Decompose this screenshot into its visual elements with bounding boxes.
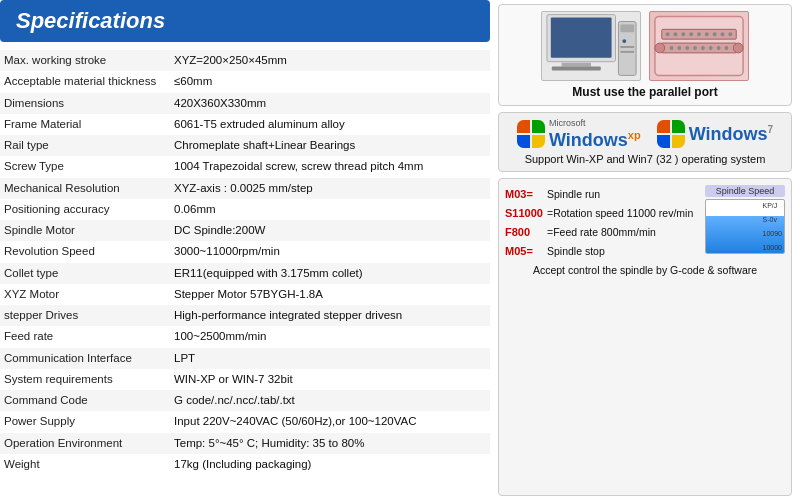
- table-row: Max. working strokeXYZ=200×250×45mm: [0, 50, 490, 71]
- spec-value: 420X360X330mm: [170, 93, 490, 114]
- table-row: Positioning accuracy0.06mm: [0, 199, 490, 220]
- table-row: Revolution Speed3000~11000rpm/min: [0, 241, 490, 262]
- spindle-commands: M03=Spindle runS11000=Rotation speed 110…: [505, 185, 785, 260]
- spec-value: XYZ=200×250×45mm: [170, 50, 490, 71]
- table-row: System requirementsWIN-XP or WIN-7 32bit: [0, 369, 490, 390]
- spec-label: Frame Material: [0, 114, 170, 135]
- spec-value: 1004 Trapezoidal screw, screw thread pit…: [170, 156, 490, 177]
- flag-q3-2: [657, 135, 670, 148]
- gauge-tick-1: KP/J: [763, 202, 782, 209]
- spec-value: Temp: 5°~45° C; Humidity: 35 to 80%: [170, 433, 490, 454]
- svg-point-6: [622, 39, 626, 43]
- cmd-entry: F800=Feed rate 800mm/min: [505, 223, 699, 242]
- gauge-label: Spindle Speed: [705, 185, 785, 197]
- spec-label: Rail type: [0, 135, 170, 156]
- spec-value: ≤60mm: [170, 71, 490, 92]
- spec-label: Mechanical Resolution: [0, 178, 170, 199]
- table-row: Mechanical ResolutionXYZ-axis : 0.0025 m…: [0, 178, 490, 199]
- spec-value: ER11(equipped with 3.175mm collet): [170, 263, 490, 284]
- spindle-gauge: Spindle Speed KP/J S-0v 10090 10000: [705, 185, 785, 260]
- svg-rect-8: [620, 51, 634, 53]
- spec-value: 100~2500mm/min: [170, 326, 490, 347]
- spec-value: 17kg (Including packaging): [170, 454, 490, 475]
- win7-logo: Windows7: [657, 120, 773, 148]
- table-row: Dimensions420X360X330mm: [0, 93, 490, 114]
- table-row: Operation EnvironmentTemp: 5°~45° C; Hum…: [0, 433, 490, 454]
- win7-text: Windows7: [689, 124, 773, 145]
- specs-header: Specifications: [0, 0, 490, 42]
- port-image: [649, 11, 749, 81]
- spec-value: 0.06mm: [170, 199, 490, 220]
- svg-point-18: [713, 32, 717, 36]
- windows-logos: Microsoft Windowsxp Windows7: [517, 119, 773, 149]
- svg-point-30: [733, 43, 743, 53]
- svg-point-17: [705, 32, 709, 36]
- table-row: Communication InterfaceLPT: [0, 348, 490, 369]
- flag-q2: [532, 120, 545, 133]
- svg-point-25: [701, 46, 705, 50]
- table-row: Feed rate100~2500mm/min: [0, 326, 490, 347]
- cmd-entry: M05=Spindle stop: [505, 242, 699, 261]
- svg-point-26: [709, 46, 713, 50]
- svg-rect-1: [551, 18, 612, 58]
- flag-q4-2: [672, 135, 685, 148]
- win7-version: 7: [767, 124, 773, 135]
- winxp-text: Windowsxp: [549, 130, 641, 149]
- spec-label: Weight: [0, 454, 170, 475]
- spec-value: 6061-T5 extruded aluminum alloy: [170, 114, 490, 135]
- svg-point-23: [685, 46, 689, 50]
- cmd-desc: =Feed rate 800mm/min: [547, 224, 656, 242]
- table-row: Power SupplyInput 220V~240VAC (50/60Hz),…: [0, 411, 490, 432]
- spec-value: Input 220V~240VAC (50/60Hz),or 100~120VA…: [170, 411, 490, 432]
- spec-label: Command Code: [0, 390, 170, 411]
- table-row: XYZ MotorStepper Motor 57BYGH-1.8A: [0, 284, 490, 305]
- cmd-desc: Spindle run: [547, 186, 600, 204]
- svg-point-14: [681, 32, 685, 36]
- svg-point-15: [689, 32, 693, 36]
- table-row: Spindle MotorDC Spindle:200W: [0, 220, 490, 241]
- spec-value: WIN-XP or WIN-7 32bit: [170, 369, 490, 390]
- table-row: Command CodeG code/.nc/.ncc/.tab/.txt: [0, 390, 490, 411]
- flag-q2-2: [672, 120, 685, 133]
- cmd-entry: M03=Spindle run: [505, 185, 699, 204]
- table-row: stepper DrivesHigh-performance integrate…: [0, 305, 490, 326]
- spec-value: LPT: [170, 348, 490, 369]
- parallel-port-box: Must use the parallel port: [498, 4, 792, 106]
- flag-q4: [532, 135, 545, 148]
- svg-rect-5: [620, 24, 634, 32]
- win7-flag: [657, 120, 685, 148]
- table-row: Rail typeChromeplate shaft+Linear Bearin…: [0, 135, 490, 156]
- flag-q3: [517, 135, 530, 148]
- winxp-flag: [517, 120, 545, 148]
- svg-rect-7: [620, 46, 634, 48]
- spec-label: System requirements: [0, 369, 170, 390]
- cmd-code: M03=: [505, 185, 545, 204]
- table-row: Acceptable material thickness≤60mm: [0, 71, 490, 92]
- gauge-ticks: KP/J S-0v 10090 10000: [763, 202, 782, 251]
- spec-label: Feed rate: [0, 326, 170, 347]
- gauge-tick-2: S-0v: [763, 216, 782, 223]
- spec-label: Screw Type: [0, 156, 170, 177]
- table-row: Weight17kg (Including packaging): [0, 454, 490, 475]
- spec-label: Power Supply: [0, 411, 170, 432]
- parallel-images: [541, 11, 749, 81]
- cmd-desc: Spindle stop: [547, 243, 605, 261]
- spindle-caption: Accept control the spindle by G-code & s…: [505, 264, 785, 276]
- spec-value: G code/.nc/.ncc/.tab/.txt: [170, 390, 490, 411]
- spec-label: Positioning accuracy: [0, 199, 170, 220]
- windows-caption: Support Win-XP and Win7 (32 ) operating …: [525, 153, 766, 165]
- cmd-code: F800: [505, 223, 545, 242]
- spec-value: DC Spindle:200W: [170, 220, 490, 241]
- spec-label: Spindle Motor: [0, 220, 170, 241]
- gauge-tick-3: 10090: [763, 230, 782, 237]
- spec-label: XYZ Motor: [0, 284, 170, 305]
- cmd-code: M05=: [505, 242, 545, 261]
- spec-label: stepper Drives: [0, 305, 170, 326]
- gauge-tick-4: 10000: [763, 244, 782, 251]
- spec-value: Chromeplate shaft+Linear Bearings: [170, 135, 490, 156]
- cmd-list: M03=Spindle runS11000=Rotation speed 110…: [505, 185, 699, 260]
- table-row: Screw Type1004 Trapezoidal screw, screw …: [0, 156, 490, 177]
- spec-label: Revolution Speed: [0, 241, 170, 262]
- pc-svg: [542, 11, 640, 81]
- spec-label: Dimensions: [0, 93, 170, 114]
